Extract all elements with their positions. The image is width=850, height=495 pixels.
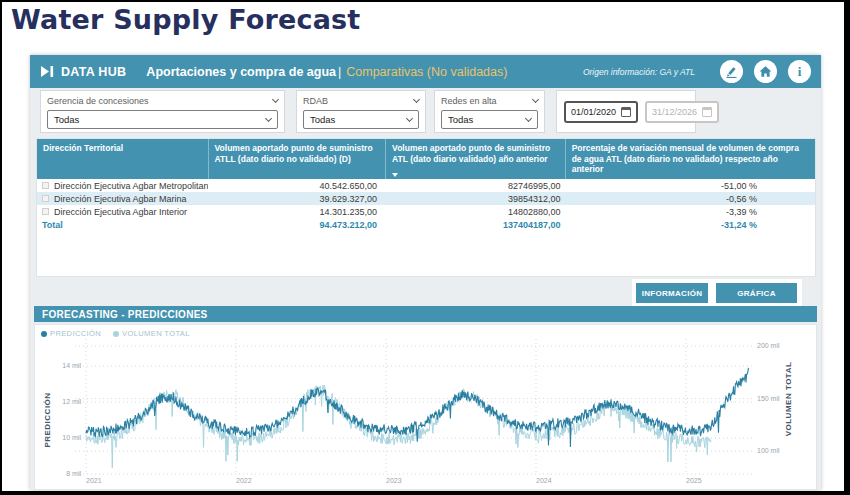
pct-variation-value: -0,56 % <box>565 194 815 204</box>
legend-dot-prediccion <box>41 331 47 337</box>
origin-note: Origen información: GA y ATL <box>583 67 695 77</box>
edit-button[interactable] <box>720 60 743 83</box>
pct-variation-value: -3,39 % <box>565 207 815 217</box>
page-background: Water Supply Forecast DATA HUB Aportacio… <box>2 2 844 491</box>
pct-variation-value: -31,24 % <box>565 220 815 230</box>
filter-value: Todas <box>310 114 335 125</box>
x-axis-tick: 2022 <box>236 477 252 484</box>
row-name: Dirección Ejecutiva Agbar Metropolitana <box>54 181 208 191</box>
dashboard: DATA HUB Aportaciones y compra de agua |… <box>30 55 821 490</box>
territorial-table: Dirección TerritorialVolumen aportado pu… <box>36 138 816 277</box>
legend-item-prediccion[interactable]: PREDICCIÓN <box>41 329 101 338</box>
chart-legend: PREDICCIÓN VOLUMEN TOTAL <box>41 329 190 338</box>
sort-desc-icon <box>392 173 398 177</box>
table-col-header-3[interactable]: Volumen aportado punto de suministro ATL… <box>385 139 565 179</box>
forecast-chart[interactable] <box>35 325 816 489</box>
brand-name: DATA HUB <box>61 65 126 79</box>
filter-label: Redes en alta <box>441 96 497 106</box>
row-name: Dirección Ejecutiva Agbar Marina <box>54 194 187 204</box>
legend-label: PREDICCIÓN <box>50 329 101 338</box>
report-header-bar: DATA HUB Aportaciones y compra de agua |… <box>30 55 821 88</box>
table-row[interactable]: Dirección Ejecutiva Agbar Interior14.301… <box>37 205 815 218</box>
left-axis-tick: 12 mil <box>51 398 81 405</box>
table-col-header-2[interactable]: Volumen aportado punto de suministro ATL… <box>208 139 386 179</box>
expand-icon[interactable] <box>42 182 49 189</box>
table-row[interactable]: Dirección Ejecutiva Agbar Metropolitana4… <box>37 179 815 192</box>
date-end-input[interactable]: 31/12/2026 <box>645 101 719 123</box>
filter-card-3: Redes en altaTodas <box>434 90 545 133</box>
vol-atl-prev-value: 14802880,00 <box>385 207 565 217</box>
pct-variation-value: -51,00 % <box>565 181 815 191</box>
calendar-icon[interactable] <box>621 107 631 117</box>
table-body: Dirección Ejecutiva Agbar Metropolitana4… <box>37 179 815 231</box>
chevron-down-icon[interactable] <box>532 96 539 103</box>
date-range-slicer: 01/01/2020 31/12/2026 <box>556 90 696 133</box>
filter-card-1: Gerencia de concesionesTodas <box>40 90 285 133</box>
title-separator: | <box>338 65 341 79</box>
vol-atl-prev-value: 137404187,00 <box>385 220 565 230</box>
tab-informacion[interactable]: INFORMACIÓN <box>636 283 708 303</box>
legend-item-volumen-total[interactable]: VOLUMEN TOTAL <box>113 329 190 338</box>
report-subtitle: Comparativas (No validadas) <box>346 65 507 79</box>
info-icon: i <box>798 64 802 80</box>
table-col-header-4[interactable]: Porcentaje de variación mensual de volum… <box>565 139 815 179</box>
datahub-logo-icon <box>40 65 54 78</box>
filter-dropdown[interactable]: Todas <box>47 110 278 129</box>
left-axis-tick: 14 mil <box>51 362 81 369</box>
home-icon <box>759 65 772 78</box>
calendar-icon[interactable] <box>702 107 712 117</box>
vol-atll-value: 39.629.327,00 <box>208 194 386 204</box>
info-button[interactable]: i <box>788 60 811 83</box>
row-name: Dirección Ejecutiva Agbar Interior <box>54 207 187 217</box>
filter-card-2: RDABTodas <box>296 90 426 133</box>
filter-dropdown[interactable]: Todas <box>303 110 419 129</box>
chevron-down-icon <box>406 115 413 122</box>
vol-atll-value: 40.542.650,00 <box>208 181 386 191</box>
chevron-down-icon <box>525 115 532 122</box>
home-button[interactable] <box>754 60 777 83</box>
forecast-chart-card: PREDICCIÓN VOLUMEN TOTAL PREDICCIÓN VOLU… <box>34 324 817 490</box>
table-total-row: Total94.473.212,00137404187,00-31,24 % <box>37 218 815 231</box>
right-axis-tick: 150 mil <box>757 395 780 402</box>
filter-label: Gerencia de concesiones <box>47 96 149 106</box>
x-axis-tick: 2025 <box>686 477 702 484</box>
filter-value: Todas <box>54 114 79 125</box>
legend-dot-volumen-total <box>113 331 119 337</box>
right-axis-tick: 200 mil <box>757 342 780 349</box>
page-title: Water Supply Forecast <box>11 4 360 35</box>
left-axis-tick: 8 mil <box>51 470 81 477</box>
table-col-header-1[interactable]: Dirección Territorial <box>37 139 208 179</box>
tab-grafica[interactable]: GRÁFICA <box>716 283 797 303</box>
vol-atl-prev-value: 39854312,00 <box>385 194 565 204</box>
table-header-row: Dirección TerritorialVolumen aportado pu… <box>37 139 815 179</box>
chevron-down-icon[interactable] <box>413 96 420 103</box>
legend-label: VOLUMEN TOTAL <box>122 329 190 338</box>
vol-atll-value: 14.301.235,00 <box>208 207 386 217</box>
tab-strip: INFORMACIÓN GRÁFICA <box>632 279 802 306</box>
filter-label: RDAB <box>303 96 328 106</box>
right-axis-label: VOLUMEN TOTAL <box>784 362 793 437</box>
vol-atl-prev-value: 82746995,00 <box>385 181 565 191</box>
screen: Water Supply Forecast DATA HUB Aportacio… <box>0 0 850 495</box>
x-axis-tick: 2023 <box>386 477 402 484</box>
series-volumen-total <box>86 385 711 468</box>
series-prediccion <box>86 368 749 447</box>
chevron-down-icon[interactable] <box>272 96 279 103</box>
report-title: Aportaciones y compra de agua <box>146 65 336 79</box>
row-name: Total <box>42 220 63 230</box>
x-axis-tick: 2024 <box>536 477 552 484</box>
expand-icon[interactable] <box>42 208 49 215</box>
filter-value: Todas <box>448 114 473 125</box>
left-axis-tick: 10 mil <box>51 434 81 441</box>
date-end-value: 31/12/2026 <box>652 107 697 117</box>
x-axis-tick: 2021 <box>86 477 102 484</box>
expand-icon[interactable] <box>42 195 49 202</box>
vol-atll-value: 94.473.212,00 <box>208 220 386 230</box>
right-axis-tick: 100 mil <box>757 447 780 454</box>
chevron-down-icon <box>265 115 272 122</box>
pencil-icon <box>725 65 738 78</box>
filter-dropdown[interactable]: Todas <box>441 110 538 129</box>
date-start-input[interactable]: 01/01/2020 <box>564 101 638 123</box>
date-start-value: 01/01/2020 <box>571 107 616 117</box>
table-row[interactable]: Dirección Ejecutiva Agbar Marina39.629.3… <box>37 192 815 205</box>
